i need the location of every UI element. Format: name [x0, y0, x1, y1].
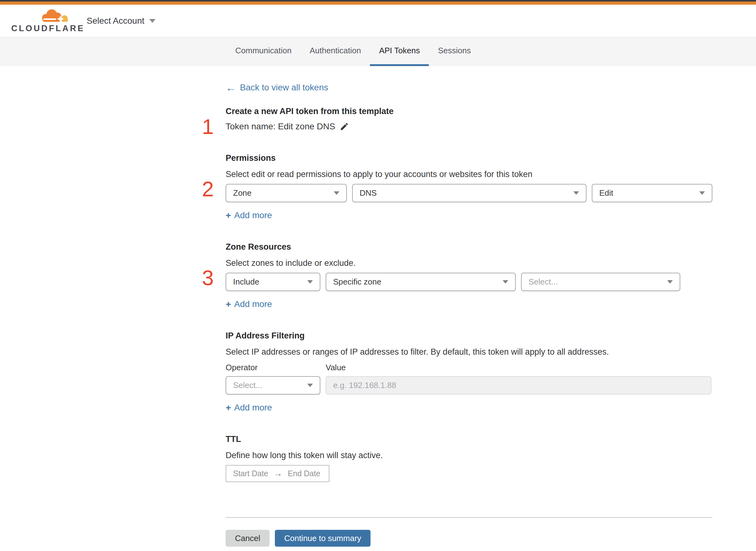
footer-divider: [226, 517, 712, 518]
operator-label: Operator: [226, 363, 320, 373]
tab-bar: Communication Authentication API Tokens …: [0, 37, 756, 66]
continue-to-summary-button[interactable]: Continue to summary: [275, 530, 370, 547]
zone-include-select[interactable]: Include: [226, 273, 320, 291]
cloudflare-logo[interactable]: CLOUDFLARE: [11, 8, 69, 33]
zone-resources-add-more-link[interactable]: + Add more: [226, 299, 272, 309]
cancel-button[interactable]: Cancel: [226, 530, 269, 547]
edit-pencil-icon[interactable]: [340, 122, 349, 131]
permissions-add-more-link[interactable]: + Add more: [226, 210, 272, 220]
footer-actions: Cancel Continue to summary: [226, 530, 712, 547]
chevron-down-icon: [307, 384, 313, 387]
ip-filtering-add-more-link[interactable]: + Add more: [226, 403, 272, 413]
start-date-placeholder: Start Date: [233, 469, 268, 478]
value-label: Value: [326, 363, 346, 373]
step-number-2: 2: [202, 178, 214, 199]
ip-filtering-description: Select IP addresses or ranges of IP addr…: [226, 347, 712, 357]
tab-communication[interactable]: Communication: [226, 37, 301, 66]
chevron-down-icon: [667, 280, 673, 284]
token-name-text: Token name: Edit zone DNS: [226, 121, 335, 131]
ttl-title: TTL: [226, 433, 712, 445]
zone-type-select[interactable]: Specific zone: [326, 273, 516, 291]
permissions-description: Select edit or read permissions to apply…: [226, 169, 712, 179]
zone-resources-title: Zone Resources: [226, 241, 712, 253]
section-zone-resources: 3 Zone Resources Select zones to include…: [226, 241, 712, 309]
top-orange-strip: [0, 2, 756, 5]
chevron-down-icon: [149, 19, 155, 23]
chevron-down-icon: [573, 191, 579, 195]
account-selector-label: Select Account: [87, 16, 144, 26]
permissions-title: Permissions: [226, 152, 712, 164]
back-to-tokens-link[interactable]: ← Back to view all tokens: [226, 82, 328, 93]
plus-icon: +: [226, 211, 231, 220]
section-permissions: 2 Permissions Select edit or read permis…: [226, 152, 712, 220]
section-token-template: 1 Create a new API token from this templ…: [226, 105, 712, 131]
ip-filtering-title: IP Address Filtering: [226, 330, 712, 342]
chevron-down-icon: [307, 280, 313, 284]
section-ttl: TTL Define how long this token will stay…: [226, 433, 712, 482]
cloudflare-wordmark: CLOUDFLARE: [11, 24, 69, 33]
step-number-1: 1: [202, 116, 214, 137]
back-arrow-icon: ←: [226, 82, 236, 93]
end-date-placeholder: End Date: [288, 469, 320, 478]
chevron-down-icon: [503, 280, 508, 284]
section-ip-filtering: IP Address Filtering Select IP addresses…: [226, 330, 712, 413]
permission-access-select[interactable]: Edit: [592, 184, 712, 202]
plus-icon: +: [226, 300, 231, 309]
permission-scope-select[interactable]: Zone: [226, 184, 347, 202]
permission-category-select[interactable]: DNS: [352, 184, 587, 202]
tab-authentication[interactable]: Authentication: [301, 37, 370, 66]
ttl-date-range-picker[interactable]: Start Date → End Date: [226, 465, 329, 482]
tab-api-tokens[interactable]: API Tokens: [370, 37, 429, 66]
zone-resources-description: Select zones to include or exclude.: [226, 258, 712, 268]
cloudflare-cloud-icon: [39, 8, 69, 23]
ip-operator-select[interactable]: Select...: [226, 376, 320, 395]
template-section-title: Create a new API token from this templat…: [226, 105, 712, 117]
step-number-3: 3: [202, 267, 214, 288]
account-selector[interactable]: Select Account: [87, 16, 155, 26]
chevron-down-icon: [334, 191, 339, 195]
back-link-label: Back to view all tokens: [240, 83, 328, 93]
tab-sessions[interactable]: Sessions: [429, 37, 480, 66]
plus-icon: +: [226, 403, 231, 412]
zone-picker-select[interactable]: Select...: [521, 273, 680, 291]
main-content: ← Back to view all tokens 1 Create a new…: [0, 66, 756, 547]
arrow-right-icon: →: [274, 469, 282, 478]
ttl-description: Define how long this token will stay act…: [226, 450, 712, 461]
chevron-down-icon: [699, 191, 705, 195]
cloudflare-api-token-page: CLOUDFLARE Select Account Communication …: [0, 0, 756, 551]
header: CLOUDFLARE Select Account: [0, 5, 756, 37]
ip-value-input: [326, 376, 711, 395]
